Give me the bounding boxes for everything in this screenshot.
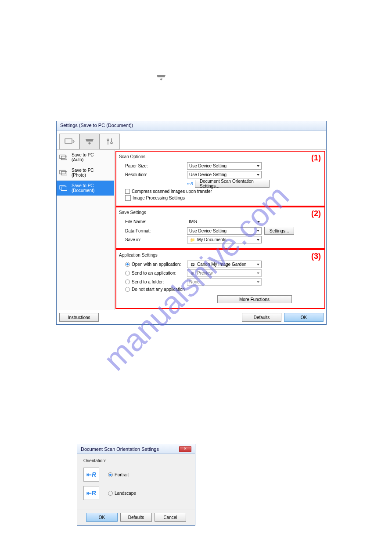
- open-with-label: Open with an application:: [132, 262, 181, 267]
- annotation-1: (1): [311, 153, 321, 163]
- dataformat-combo[interactable]: Use Device Setting: [187, 227, 262, 235]
- open-with-combo[interactable]: 🖼Canon My Image Garden: [187, 261, 262, 268]
- instructions-button[interactable]: Instructions: [59, 313, 99, 322]
- svg-rect-10: [61, 187, 67, 190]
- resolution-label: Resolution:: [119, 172, 187, 177]
- chevron-down-icon: [257, 264, 259, 265]
- resolution-combo[interactable]: Use Device Setting: [187, 171, 262, 178]
- sb-photo-l2: (Photo): [72, 173, 86, 178]
- dialog-title: Document Scan Orientation Settings: [81, 446, 159, 452]
- dialog-titlebar: Document Scan Orientation Settings ✕: [77, 444, 195, 454]
- chevron-down-icon: [257, 174, 259, 176]
- paper-size-combo[interactable]: Use Device Setting: [187, 162, 262, 170]
- nostart-label: Do not start any application: [132, 287, 185, 292]
- chevron-down-icon: [257, 239, 259, 241]
- improc-label: Image Processing Settings: [133, 196, 185, 200]
- chevron-down-icon: [257, 272, 259, 274]
- tab-pc[interactable]: [59, 134, 79, 149]
- dataformat-label: Data Format:: [119, 229, 187, 233]
- dataformat-value: Use Device Setting: [189, 229, 227, 233]
- portrait-label: Portrait: [115, 472, 129, 477]
- chevron-down-icon: [257, 281, 259, 283]
- sb-doc-l2: (Document): [72, 188, 94, 193]
- dlg-defaults-button[interactable]: Defaults: [120, 513, 152, 522]
- orientation-icon: ⇤R: [187, 181, 193, 187]
- svg-point-3: [111, 142, 112, 144]
- landscape-icon[interactable]: ⇤R: [83, 486, 99, 500]
- ok-button[interactable]: OK: [284, 313, 324, 322]
- send-folder-combo[interactable]: None: [187, 278, 262, 286]
- app-settings-title: Application Settings: [119, 252, 322, 259]
- savein-combo[interactable]: 📁My Documents: [187, 236, 262, 243]
- sb-doc-l1: Save to PC: [72, 183, 94, 188]
- tab-settings[interactable]: [100, 134, 120, 149]
- more-functions-button[interactable]: More Functions: [217, 295, 292, 303]
- send-app-label: Send to an application:: [132, 271, 176, 276]
- compress-label: Compress scanned images upon transfer: [132, 189, 212, 194]
- send-folder-label: Send to a folder:: [132, 279, 164, 284]
- save-settings-title: Save Settings: [119, 209, 322, 217]
- scan-options-group: (1) Scan Options Paper Size: Use Device …: [115, 151, 325, 207]
- app-icon: 🖼: [189, 261, 195, 268]
- send-app-value: Preview: [197, 271, 213, 276]
- device-icon-ref: [156, 73, 166, 82]
- send-folder-value: None: [189, 279, 200, 284]
- close-icon[interactable]: ✕: [179, 446, 191, 452]
- save-settings-group: (2) Save Settings File Name: IMG Data Fo…: [115, 207, 325, 249]
- svg-rect-5: [60, 155, 65, 159]
- sidebar-item-document[interactable]: Save to PC(Document): [57, 181, 114, 196]
- paper-size-value: Use Device Setting: [189, 163, 227, 168]
- window-title: Settings (Save to PC (Document)): [57, 121, 326, 131]
- nostart-radio[interactable]: [125, 287, 130, 292]
- preview-icon: 🖥: [189, 270, 195, 276]
- app-settings-group: (3) Application Settings Open with an ap…: [115, 249, 325, 309]
- portrait-icon[interactable]: ⇤R: [83, 468, 99, 482]
- svg-rect-6: [61, 156, 67, 160]
- sidebar-item-auto[interactable]: Save to PC(Auto): [57, 150, 114, 165]
- device-tab-icon: [156, 74, 166, 81]
- svg-point-1: [107, 139, 109, 141]
- chevron-down-icon: [257, 165, 259, 167]
- savein-value: My Documents: [197, 237, 227, 242]
- sb-photo-l1: Save to PC: [72, 168, 94, 173]
- dlg-ok-button[interactable]: OK: [86, 513, 118, 522]
- open-with-radio[interactable]: [125, 262, 130, 267]
- svg-rect-7: [60, 170, 65, 174]
- svg-rect-0: [65, 139, 72, 143]
- orientation-label: Orientation:: [83, 458, 189, 463]
- tab-device[interactable]: [79, 134, 100, 149]
- sidebar-item-photo[interactable]: Save to PC(Photo): [57, 165, 114, 181]
- dataformat-settings-button[interactable]: Settings...: [264, 227, 294, 235]
- send-folder-radio[interactable]: [125, 279, 130, 284]
- sidebar: Save to PC(Auto) Save to PC(Photo) Save …: [57, 150, 115, 310]
- filename-label: File Name:: [119, 219, 187, 224]
- expand-improc-button[interactable]: +: [125, 195, 131, 201]
- filename-value: IMG: [189, 219, 197, 224]
- content-area: (1) Scan Options Paper Size: Use Device …: [115, 150, 326, 310]
- settings-window: Settings (Save to PC (Document)) Save to…: [56, 121, 327, 325]
- send-app-radio[interactable]: [125, 271, 130, 276]
- portrait-radio[interactable]: [108, 472, 113, 477]
- resolution-value: Use Device Setting: [189, 172, 227, 177]
- scan-options-title: Scan Options: [119, 153, 322, 161]
- folder-icon: 📁: [189, 237, 195, 243]
- paper-size-label: Paper Size:: [119, 163, 187, 168]
- chevron-down-icon: [257, 221, 260, 223]
- sb-auto-l1: Save to PC: [72, 152, 94, 157]
- savein-label: Save in:: [119, 237, 187, 242]
- annotation-2: (2): [311, 209, 321, 218]
- open-with-value: Canon My Image Garden: [197, 262, 246, 267]
- filename-input[interactable]: IMG: [187, 218, 262, 225]
- tab-strip: [57, 131, 326, 150]
- compress-checkbox[interactable]: [125, 189, 130, 194]
- sb-auto-l2: (Auto): [72, 157, 83, 162]
- orientation-dialog: Document Scan Orientation Settings ✕ Ori…: [77, 444, 195, 526]
- landscape-radio[interactable]: [108, 491, 113, 496]
- svg-rect-8: [61, 171, 67, 175]
- annotation-3: (3): [311, 252, 321, 261]
- dlg-cancel-button[interactable]: Cancel: [155, 513, 186, 522]
- chevron-down-icon: [257, 230, 259, 232]
- send-app-combo[interactable]: 🖥Preview: [187, 269, 262, 277]
- defaults-button[interactable]: Defaults: [242, 313, 281, 322]
- orientation-settings-button[interactable]: Document Scan Orientation Settings...: [195, 180, 270, 188]
